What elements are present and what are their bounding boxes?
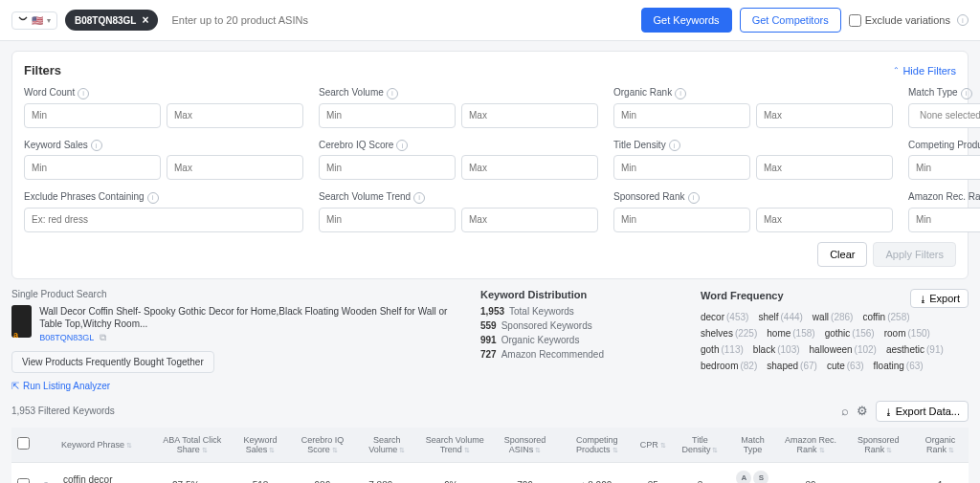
product-thumbnail — [11, 305, 32, 338]
word-count-label: Word Counti — [24, 87, 303, 99]
asin-pill-text: B08TQN83GL — [75, 15, 136, 26]
marketplace-selector[interactable]: 🇺🇸 ▾ — [11, 11, 57, 30]
word-freq-tag[interactable]: gothic(156) — [825, 328, 875, 339]
gear-icon[interactable]: ⚙ — [857, 404, 868, 418]
word-freq-tag[interactable]: home(158) — [767, 328, 814, 339]
cerebro-iq-label: Cerebro IQ Scorei — [319, 140, 598, 152]
col-sa[interactable]: Sponsored ASINs⇅ — [490, 428, 560, 463]
word-freq-tag[interactable]: cute(63) — [827, 361, 864, 371]
kd-row: 727Amazon Recommended — [480, 349, 681, 360]
search-volume-label: Search Volumei — [319, 87, 598, 99]
word-freq-tag[interactable]: room(150) — [884, 328, 930, 339]
external-link-icon: ⇱ — [11, 381, 19, 391]
filtered-count: 1,953 Filtered Keywords — [11, 406, 115, 416]
hide-filters-link[interactable]: ⌃Hide Filters — [893, 65, 956, 77]
word-freq-tag[interactable]: shaped(67) — [767, 361, 817, 371]
row-checkbox[interactable] — [17, 478, 30, 483]
title-density-max[interactable] — [756, 155, 893, 180]
word-freq-tag[interactable]: shelf(444) — [758, 312, 802, 322]
col-iq[interactable]: Cerebro IQ Score⇅ — [291, 428, 355, 463]
col-td[interactable]: Title Density⇅ — [672, 428, 728, 463]
view-bought-together-button[interactable]: View Products Frequently Bought Together — [11, 351, 214, 373]
delete-row-icon[interactable]: 🗑 — [41, 480, 52, 484]
keyword-sales-min[interactable] — [24, 155, 161, 180]
col-aba[interactable]: ABA Total Click Share⇅ — [154, 428, 231, 463]
title-density-min[interactable] — [613, 155, 750, 180]
clear-filters-button[interactable]: Clear — [817, 242, 867, 267]
word-freq-tag[interactable]: coffin(258) — [862, 312, 909, 322]
word-freq-tag[interactable]: floating(63) — [874, 361, 924, 371]
amazon-rec-rank-label: Amazon Rec. Ranki — [908, 191, 980, 204]
product-search-heading: Single Product Search — [11, 289, 461, 299]
col-svt[interactable]: Search Volume Trend⇅ — [419, 428, 490, 463]
word-freq-tag[interactable]: aesthetic(91) — [886, 344, 944, 355]
word-freq-tag[interactable]: bedroom(82) — [701, 361, 757, 371]
kd-row: 991Organic Keywords — [480, 335, 681, 345]
cerebro-iq-max[interactable] — [461, 155, 598, 180]
competing-products-min[interactable] — [908, 155, 980, 180]
organic-rank-max[interactable] — [756, 103, 893, 128]
word-freq-tag[interactable]: halloween(102) — [810, 344, 877, 355]
word-freq-tag[interactable]: goth(113) — [701, 344, 744, 355]
word-freq-tag[interactable]: black(103) — [753, 344, 800, 355]
word-freq-tag[interactable]: decor(453) — [701, 312, 748, 322]
product-asin-link[interactable]: B08TQN83GL — [39, 333, 94, 342]
competing-products-label: Competing Productsi — [908, 140, 980, 152]
exclude-phrases-input[interactable] — [24, 208, 303, 232]
match-type-badge: A — [736, 471, 751, 484]
keyword-cell: coffin decor ↗ a ⚡ — [57, 462, 154, 483]
col-cp[interactable]: Competing Products⇅ — [560, 428, 635, 463]
col-ks[interactable]: Keyword Sales⇅ — [231, 428, 291, 463]
run-listing-analyzer-link[interactable]: ⇱ Run Listing Analyzer — [11, 381, 461, 391]
sponsored-rank-min[interactable] — [613, 208, 750, 232]
col-sr[interactable]: Sponsored Rank⇅ — [844, 428, 912, 463]
col-keyword[interactable]: Keyword Phrase⇅ — [57, 428, 154, 463]
match-type-label: Match Typei — [908, 87, 980, 99]
exclude-variations-checkbox[interactable] — [849, 14, 861, 27]
product-title: Wall Decor Coffin Shelf- Spooky Gothic D… — [39, 305, 461, 330]
sponsored-rank-label: Sponsored Ranki — [613, 191, 893, 204]
word-count-max[interactable] — [167, 103, 303, 128]
match-type-badge: S — [753, 471, 768, 484]
search-volume-min[interactable] — [319, 103, 456, 128]
asin-input[interactable] — [166, 9, 633, 32]
word-freq-tag[interactable]: shelves(225) — [701, 328, 757, 339]
export-word-freq-button[interactable]: ⭳ Export — [910, 289, 969, 308]
apply-filters-button[interactable]: Apply Filters — [873, 242, 956, 267]
info-icon: i — [957, 14, 969, 26]
exclude-phrases-label: Exclude Phrases Containingi — [24, 191, 303, 204]
get-keywords-button[interactable]: Get Keywords — [641, 8, 732, 33]
sv-trend-max[interactable] — [461, 208, 598, 232]
keyword-sales-max[interactable] — [167, 155, 303, 180]
word-count-min[interactable] — [24, 103, 161, 128]
organic-rank-label: Organic Ranki — [613, 87, 893, 99]
copy-icon[interactable]: ⧉ — [100, 332, 106, 342]
organic-rank-min[interactable] — [613, 103, 750, 128]
kd-row: 559Sponsored Keywords — [480, 320, 681, 331]
col-mt[interactable]: Match Type — [728, 428, 777, 463]
col-cpr[interactable]: CPR⇅ — [635, 428, 672, 463]
filters-heading: Filters — [24, 63, 61, 77]
word-frequency-heading: Word Frequency — [701, 290, 784, 301]
col-sv[interactable]: Search Volume⇅ — [354, 428, 419, 463]
match-type-select[interactable]: None selected — [908, 103, 980, 128]
get-competitors-button[interactable]: Get Competitors — [740, 8, 841, 33]
sponsored-rank-max[interactable] — [756, 208, 893, 232]
col-or[interactable]: Organic Rank⇅ — [912, 428, 969, 463]
select-all-checkbox[interactable] — [17, 437, 30, 450]
export-data-button[interactable]: ⭳ Export Data... — [876, 401, 969, 422]
search-volume-max[interactable] — [461, 103, 598, 128]
search-icon[interactable]: ⌕ — [841, 404, 849, 418]
asin-pill[interactable]: B08TQN83GL × — [65, 10, 158, 31]
sv-trend-label: Search Volume Trendi — [319, 191, 598, 204]
asin-pill-close[interactable]: × — [142, 13, 148, 27]
amazon-rec-rank-min[interactable] — [908, 208, 980, 232]
cerebro-iq-min[interactable] — [319, 155, 456, 180]
keyword-distribution-heading: Keyword Distribution — [480, 289, 681, 300]
keyword-sales-label: Keyword Salesi — [24, 140, 303, 152]
col-arr[interactable]: Amazon Rec. Rank⇅ — [777, 428, 844, 463]
word-freq-tag[interactable]: wall(286) — [813, 312, 854, 322]
exclude-variations-toggle[interactable]: Exclude variations i — [849, 14, 969, 27]
sv-trend-min[interactable] — [319, 208, 456, 232]
table-row: 🗑 coffin decor ↗ a ⚡ 27.5%⁓ 518986 7,889… — [11, 462, 969, 483]
